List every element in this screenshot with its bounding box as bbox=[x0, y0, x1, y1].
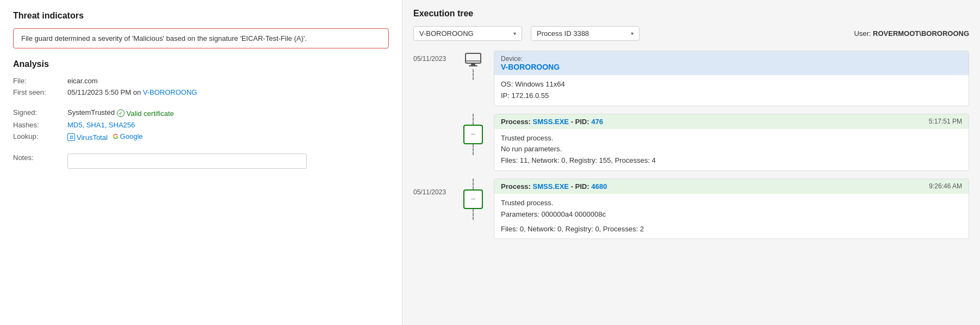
tree-line-1 bbox=[473, 69, 474, 80]
right-panel: Execution tree V-BOROROONG ▾ Process ID … bbox=[402, 0, 980, 325]
process2-card: Process: SMSS.EXE - PID: 4680 9:26:46 AM… bbox=[494, 179, 969, 239]
first-seen-value: 05/11/2023 5:50 PM on V-BOROROONG bbox=[67, 88, 389, 96]
user-value: ROVERMOOT\BOROROONG bbox=[873, 29, 969, 38]
date-label-2 bbox=[413, 114, 457, 118]
process2-time: 9:26:46 AM bbox=[929, 182, 962, 190]
tree-line-2a bbox=[473, 114, 474, 125]
device-os: OS: Windows 11x64 bbox=[501, 79, 962, 90]
device-ip: IP: 172.16.0.55 bbox=[501, 90, 962, 102]
process2-line3: Files: 0, Network: 0, Registry: 0, Proce… bbox=[501, 224, 962, 235]
execution-tree: 05/11/2023 bbox=[413, 51, 969, 246]
process2-line2: Parameters: 000000a4 0000008c bbox=[501, 209, 962, 220]
process-dropdown-label: Process ID 3388 bbox=[537, 29, 589, 38]
device-name[interactable]: V-BOROROONG bbox=[501, 63, 962, 71]
process-dropdown-chevron: ▾ bbox=[631, 30, 634, 36]
process2-area: ··· Process: SMSS.EXE - PID: 4680 9: bbox=[457, 179, 969, 246]
device-dropdown-chevron: ▾ bbox=[513, 30, 516, 36]
left-panel: Threat indicators File guard determined … bbox=[0, 0, 402, 325]
file-label: File: bbox=[13, 77, 67, 85]
process1-time: 5:17:51 PM bbox=[929, 118, 962, 125]
analysis-grid: File: eicar.com First seen: 05/11/2023 5… bbox=[13, 77, 389, 169]
process1-line3: Files: 11, Network: 0, Registry: 155, Pr… bbox=[501, 155, 962, 167]
process2-icon: ··· bbox=[463, 189, 483, 209]
hashes-value: MD5, SHA1, SHA256 bbox=[67, 121, 389, 129]
vt-icon: ⊡ bbox=[67, 133, 75, 141]
signed-label: Signed: bbox=[13, 108, 67, 116]
process1-pid: 476 bbox=[591, 118, 603, 126]
notes-label: Notes: bbox=[13, 154, 67, 162]
virustotal-label[interactable]: VirusTotal bbox=[77, 133, 108, 142]
process2-line1: Trusted process. bbox=[501, 198, 962, 209]
tree-line-3a bbox=[473, 179, 474, 189]
process1-area: ··· Process: SMSS.EXE - PID: 476 5:1 bbox=[457, 114, 969, 177]
date-label-3: 05/11/2023 bbox=[413, 179, 457, 196]
device-card-area: Device: V-BOROROONG OS: Windows 11x64 IP… bbox=[457, 51, 969, 113]
device-card-header: Device: V-BOROROONG bbox=[494, 51, 969, 75]
process1-line1: Trusted process. bbox=[501, 133, 962, 144]
exec-controls: V-BOROROONG ▾ Process ID 3388 ▾ User: RO… bbox=[413, 26, 969, 41]
check-icon: ✓ bbox=[117, 109, 125, 117]
exec-title: Execution tree bbox=[413, 9, 969, 19]
device-card: Device: V-BOROROONG OS: Windows 11x64 IP… bbox=[494, 51, 969, 106]
valid-cert-link[interactable]: Valid certificate bbox=[127, 109, 174, 118]
analysis-section: Analysis File: eicar.com First seen: 05/… bbox=[13, 59, 389, 169]
threat-message: File guard determined a severity of 'Mal… bbox=[21, 34, 307, 42]
process1-icon: ··· bbox=[463, 125, 483, 144]
device-label: Device: bbox=[501, 55, 962, 63]
process2-header: Process: SMSS.EXE - PID: 4680 9:26:46 AM bbox=[494, 179, 969, 194]
process1-body: Trusted process. No run parameters. File… bbox=[494, 129, 969, 170]
virustotal-link[interactable]: ⊡ VirusTotal bbox=[67, 133, 108, 142]
analysis-title: Analysis bbox=[13, 59, 389, 69]
file-value: eicar.com bbox=[67, 77, 389, 85]
hashes-link[interactable]: MD5, SHA1, SHA256 bbox=[67, 121, 135, 129]
first-seen-label: First seen: bbox=[13, 88, 67, 96]
svg-rect-0 bbox=[466, 53, 481, 63]
process1-header: Process: SMSS.EXE - PID: 476 5:17:51 PM bbox=[494, 114, 969, 129]
lookup-label: Lookup: bbox=[13, 132, 67, 140]
process1-name[interactable]: SMSS.EXE bbox=[533, 118, 569, 126]
monitor-icon bbox=[462, 51, 484, 69]
process1-card: Process: SMSS.EXE - PID: 476 5:17:51 PM … bbox=[494, 114, 969, 171]
google-link[interactable]: G Google bbox=[113, 132, 142, 140]
valid-cert: ✓ Valid certificate bbox=[117, 109, 174, 118]
first-seen-link[interactable]: V-BOROROONG bbox=[143, 88, 197, 96]
device-dropdown[interactable]: V-BOROROONG ▾ bbox=[413, 26, 522, 41]
svg-rect-1 bbox=[471, 63, 475, 65]
tree-line-3b bbox=[473, 209, 474, 220]
signed-value: SystemTrusted ✓ Valid certificate bbox=[67, 108, 389, 118]
process1-line2: No run parameters. bbox=[501, 144, 962, 155]
process2-title: Process: SMSS.EXE - PID: 4680 bbox=[501, 182, 607, 191]
svg-rect-2 bbox=[469, 65, 477, 66]
threat-box: File guard determined a severity of 'Mal… bbox=[13, 28, 389, 48]
date-label-1: 05/11/2023 bbox=[413, 51, 457, 63]
threat-title: Threat indicators bbox=[13, 11, 389, 21]
process2-pid: 4680 bbox=[591, 182, 607, 191]
notes-value bbox=[67, 154, 389, 169]
hashes-label: Hashes: bbox=[13, 121, 67, 129]
process2-body: Trusted process. Parameters: 000000a4 00… bbox=[494, 194, 969, 238]
notes-input[interactable] bbox=[67, 154, 307, 169]
google-icon: G bbox=[113, 132, 118, 140]
lookup-value: ⊡ VirusTotal G Google bbox=[67, 132, 389, 142]
tree-line-2b bbox=[473, 144, 474, 155]
user-info: User: ROVERMOOT\BOROROONG bbox=[854, 29, 969, 38]
process-dropdown[interactable]: Process ID 3388 ▾ bbox=[531, 26, 640, 41]
process1-title: Process: SMSS.EXE - PID: 476 bbox=[501, 118, 603, 126]
process2-name[interactable]: SMSS.EXE bbox=[533, 182, 569, 191]
device-card-body: OS: Windows 11x64 IP: 172.16.0.55 bbox=[494, 75, 969, 106]
device-dropdown-label: V-BOROROONG bbox=[419, 29, 474, 38]
google-label[interactable]: Google bbox=[120, 132, 143, 140]
